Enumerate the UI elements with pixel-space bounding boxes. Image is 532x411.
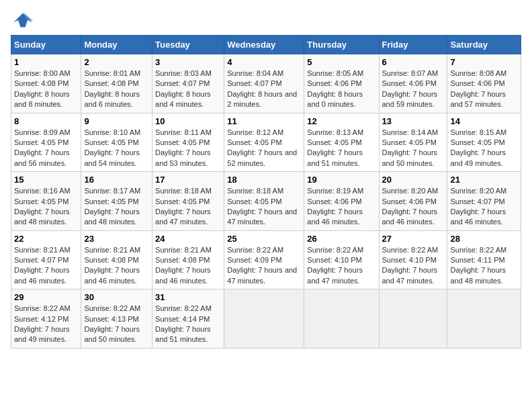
day-number: 9 [84,116,149,126]
day-info: Sunrise: 8:20 AMSunset: 4:06 PMDaylight:… [382,186,445,228]
calendar-cell: 8Sunrise: 8:09 AMSunset: 4:05 PMDaylight… [11,113,81,172]
day-number: 28 [450,234,518,244]
day-number: 14 [450,116,518,126]
calendar-row: 15Sunrise: 8:16 AMSunset: 4:05 PMDayligh… [11,172,521,231]
calendar-header-row: SundayMondayTuesdayWednesdayThursdayFrid… [11,36,521,54]
calendar-row: 29Sunrise: 8:22 AMSunset: 4:12 PMDayligh… [11,289,521,349]
calendar-cell: 25Sunrise: 8:22 AMSunset: 4:09 PMDayligh… [224,230,304,289]
day-number: 3 [155,57,221,67]
calendar-cell: 10Sunrise: 8:11 AMSunset: 4:05 PMDayligh… [152,113,224,172]
day-number: 26 [307,234,375,244]
day-number: 8 [14,116,78,126]
calendar-cell: 6Sunrise: 8:07 AMSunset: 4:06 PMDaylight… [379,54,447,113]
calendar-cell: 30Sunrise: 8:22 AMSunset: 4:13 PMDayligh… [81,289,152,349]
day-number: 18 [227,175,301,185]
day-number: 10 [155,116,221,126]
calendar-cell: 31Sunrise: 8:22 AMSunset: 4:14 PMDayligh… [152,289,224,349]
day-number: 24 [155,234,221,244]
day-number: 23 [84,234,149,244]
calendar-cell: 2Sunrise: 8:01 AMSunset: 4:08 PMDaylight… [81,54,152,113]
day-number: 25 [227,234,301,244]
calendar-cell: 13Sunrise: 8:14 AMSunset: 4:05 PMDayligh… [379,113,447,172]
day-number: 29 [14,292,78,302]
header-saturday: Saturday [447,36,521,54]
day-number: 5 [307,57,375,67]
calendar-cell: 22Sunrise: 8:21 AMSunset: 4:07 PMDayligh… [11,230,81,289]
day-info: Sunrise: 8:16 AMSunset: 4:05 PMDaylight:… [14,186,78,228]
calendar-cell: 23Sunrise: 8:21 AMSunset: 4:08 PMDayligh… [81,230,152,289]
calendar-cell: 27Sunrise: 8:22 AMSunset: 4:10 PMDayligh… [379,230,447,289]
calendar-cell: 16Sunrise: 8:17 AMSunset: 4:05 PMDayligh… [81,172,152,231]
day-number: 15 [14,175,78,185]
day-info: Sunrise: 8:14 AMSunset: 4:05 PMDaylight:… [382,128,445,169]
day-number: 4 [227,57,301,67]
calendar-cell: 1Sunrise: 8:00 AMSunset: 4:08 PMDaylight… [11,54,81,113]
header-sunday: Sunday [11,36,81,54]
day-info: Sunrise: 8:22 AMSunset: 4:12 PMDaylight:… [14,304,78,345]
day-info: Sunrise: 8:10 AMSunset: 4:05 PMDaylight:… [84,128,149,169]
calendar-cell: 4Sunrise: 8:04 AMSunset: 4:07 PMDaylight… [224,54,304,113]
day-info: Sunrise: 8:09 AMSunset: 4:05 PMDaylight:… [14,128,78,169]
calendar-row: 1Sunrise: 8:00 AMSunset: 4:08 PMDaylight… [11,54,521,113]
header-friday: Friday [379,36,447,54]
day-info: Sunrise: 8:21 AMSunset: 4:08 PMDaylight:… [155,245,221,287]
day-info: Sunrise: 8:15 AMSunset: 4:05 PMDaylight:… [450,128,518,169]
calendar-cell: 15Sunrise: 8:16 AMSunset: 4:05 PMDayligh… [11,172,81,231]
calendar-cell: 24Sunrise: 8:21 AMSunset: 4:08 PMDayligh… [152,230,224,289]
calendar-table: SundayMondayTuesdayWednesdayThursdayFrid… [11,35,521,349]
day-number: 30 [84,292,149,302]
day-info: Sunrise: 8:08 AMSunset: 4:06 PMDaylight:… [450,68,518,110]
day-info: Sunrise: 8:13 AMSunset: 4:05 PMDaylight:… [307,128,375,169]
day-number: 21 [450,175,518,185]
svg-marker-0 [13,13,32,28]
day-info: Sunrise: 8:22 AMSunset: 4:09 PMDaylight:… [227,245,301,287]
day-number: 13 [382,116,445,126]
day-info: Sunrise: 8:05 AMSunset: 4:06 PMDaylight:… [307,68,375,110]
day-number: 12 [307,116,375,126]
logo [11,11,38,30]
calendar-cell: 12Sunrise: 8:13 AMSunset: 4:05 PMDayligh… [304,113,379,172]
calendar-cell: 17Sunrise: 8:18 AMSunset: 4:05 PMDayligh… [152,172,224,231]
header-tuesday: Tuesday [152,36,224,54]
day-info: Sunrise: 8:21 AMSunset: 4:08 PMDaylight:… [84,245,149,287]
calendar-cell: 14Sunrise: 8:15 AMSunset: 4:05 PMDayligh… [447,113,521,172]
day-number: 22 [14,234,78,244]
day-info: Sunrise: 8:22 AMSunset: 4:14 PMDaylight:… [155,304,221,345]
day-info: Sunrise: 8:18 AMSunset: 4:05 PMDaylight:… [227,186,301,228]
day-number: 20 [382,175,445,185]
header-monday: Monday [81,36,152,54]
calendar-cell: 9Sunrise: 8:10 AMSunset: 4:05 PMDaylight… [81,113,152,172]
day-number: 27 [382,234,445,244]
day-info: Sunrise: 8:04 AMSunset: 4:07 PMDaylight:… [227,68,301,110]
day-info: Sunrise: 8:03 AMSunset: 4:07 PMDaylight:… [155,68,221,110]
calendar-cell: 29Sunrise: 8:22 AMSunset: 4:12 PMDayligh… [11,289,81,349]
header-thursday: Thursday [304,36,379,54]
calendar-cell [447,289,521,349]
day-info: Sunrise: 8:12 AMSunset: 4:05 PMDaylight:… [227,128,301,169]
calendar-cell [224,289,304,349]
calendar-cell: 7Sunrise: 8:08 AMSunset: 4:06 PMDaylight… [447,54,521,113]
day-info: Sunrise: 8:22 AMSunset: 4:13 PMDaylight:… [84,304,149,345]
day-info: Sunrise: 8:01 AMSunset: 4:08 PMDaylight:… [84,68,149,110]
calendar-cell: 11Sunrise: 8:12 AMSunset: 4:05 PMDayligh… [224,113,304,172]
day-number: 1 [14,57,78,67]
calendar-row: 8Sunrise: 8:09 AMSunset: 4:05 PMDaylight… [11,113,521,172]
day-info: Sunrise: 8:21 AMSunset: 4:07 PMDaylight:… [14,245,78,287]
calendar-cell: 26Sunrise: 8:22 AMSunset: 4:10 PMDayligh… [304,230,379,289]
calendar-cell [304,289,379,349]
calendar-cell [379,289,447,349]
day-info: Sunrise: 8:18 AMSunset: 4:05 PMDaylight:… [155,186,221,228]
logo-icon [11,11,35,30]
calendar-cell: 19Sunrise: 8:19 AMSunset: 4:06 PMDayligh… [304,172,379,231]
day-info: Sunrise: 8:22 AMSunset: 4:10 PMDaylight:… [382,245,445,287]
calendar-cell: 28Sunrise: 8:22 AMSunset: 4:11 PMDayligh… [447,230,521,289]
calendar-cell: 18Sunrise: 8:18 AMSunset: 4:05 PMDayligh… [224,172,304,231]
day-info: Sunrise: 8:22 AMSunset: 4:11 PMDaylight:… [450,245,518,287]
day-number: 31 [155,292,221,302]
day-number: 6 [382,57,445,67]
day-info: Sunrise: 8:17 AMSunset: 4:05 PMDaylight:… [84,186,149,228]
day-info: Sunrise: 8:00 AMSunset: 4:08 PMDaylight:… [14,68,78,110]
header-wednesday: Wednesday [224,36,304,54]
day-info: Sunrise: 8:07 AMSunset: 4:06 PMDaylight:… [382,68,445,110]
day-number: 19 [307,175,375,185]
